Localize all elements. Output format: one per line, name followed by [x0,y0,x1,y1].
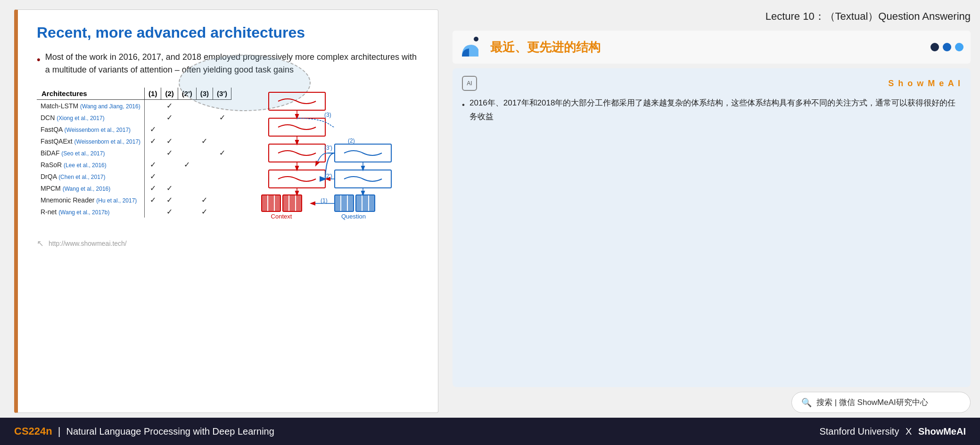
table-row: R-net (Wang et al., 2017b) ✓ ✓ [37,206,231,218]
col-3: (3) [196,88,213,100]
col-1: (1) [145,88,161,100]
col-architectures: Architectures [37,88,145,100]
svg-rect-9 [283,195,288,211]
table-section: Architectures (1) (2) (2') (3) (3') Matc… [37,88,419,231]
footer-url: http://www.showmeai.tech/ [49,240,127,247]
ai-icon-text: AI [467,80,472,87]
chinese-title-bar: 最近、更先进的结构 [453,31,971,64]
table-row: FastQA (Weissenborn et al., 2017) ✓ [37,123,231,135]
svg-point-38 [474,37,478,41]
svg-text:(1): (1) [321,197,328,204]
svg-rect-17 [356,195,362,211]
col-2p: (2') [178,88,196,100]
x-separator: X [906,426,914,437]
showmeai-label: S h o w M e A I [888,79,961,89]
trans-dot: • [462,98,465,112]
diagram-area: Context Question [241,88,419,231]
svg-rect-14 [341,195,347,211]
bullet-dot: • [37,52,41,67]
right-panel: Lecture 10：（Textual）Question Answering 最… [448,0,980,418]
dot-2 [943,43,951,51]
table-row: BiDAF (Seo et al., 2017) ✓ ✓ [37,147,231,159]
col-2: (2) [161,88,178,100]
separator: | [58,425,61,437]
slide-footer: ↖ http://www.showmeai.tech/ [37,238,419,249]
svg-rect-13 [335,195,340,211]
slide-bullet-text: Most of the work in 2016, 2017, and 2018… [45,51,419,76]
title-icon [460,35,483,59]
translation-box: AI S h o w M e A I • 2016年、2017年和2018年的大… [453,68,971,387]
svg-rect-10 [289,195,295,211]
architecture-diagram: Context Question [241,88,419,229]
slide-title: Recent, more advanced architectures [37,24,419,41]
translation-bullet: • 2016年、2017年和2018年的大部分工作都采用了越来越复杂的体系结构，… [462,97,961,124]
search-icon: 🔍 [801,397,812,408]
svg-text:Question: Question [341,213,366,220]
svg-rect-5 [262,195,267,211]
dot-1 [931,43,939,51]
svg-rect-7 [275,195,280,211]
arch-table: Architectures (1) (2) (2') (3) (3') Matc… [37,88,231,218]
course-name: Natural Language Processing with Deep Le… [66,426,274,437]
ai-icon: AI [462,76,477,91]
translation-header: AI S h o w M e A I [462,76,961,91]
table-row: DrQA (Chen et al., 2017) ✓ [37,170,231,182]
svg-text:(2): (2) [348,138,355,144]
lecture-header: Lecture 10：（Textual）Question Answering [453,5,971,26]
table-row: Mnemonic Reader (Hu et al., 2017) ✓ ✓ ✓ [37,194,231,206]
slide-bullet: • Most of the work in 2016, 2017, and 20… [37,51,419,76]
cursor-icon: ↖ [37,238,44,249]
course-code: CS224n [14,425,52,437]
translation-text: 2016年、2017年和2018年的大部分工作都采用了越来越复杂的体系结构，这些… [469,97,961,124]
svg-text:(2'): (2') [324,173,332,179]
svg-text:(3'): (3') [324,145,332,151]
search-text: 搜索 | 微信 ShowMeAI研究中心 [816,397,928,408]
bottom-left: CS224n | Natural Language Processing wit… [14,425,274,437]
table-row: FastQAExt (Weissenborn et al., 2017) ✓ ✓… [37,135,231,147]
top-area: Recent, more advanced architectures • Mo… [0,0,980,418]
slide-panel: Recent, more advanced architectures • Mo… [14,9,438,413]
dots-row [931,43,964,51]
search-bar[interactable]: 🔍 搜索 | 微信 ShowMeAI研究中心 [791,392,971,413]
svg-rect-15 [348,195,354,211]
svg-rect-6 [268,195,274,211]
table-row: Match-LSTM (Wang and Jiang, 2016) ✓ [37,100,231,112]
svg-rect-19 [369,195,375,211]
table-row: DCN (Xiong et al., 2017) ✓ ✓ [37,112,231,123]
svg-rect-11 [296,195,302,211]
bottom-bar: CS224n | Natural Language Processing wit… [0,418,980,445]
table-row: RaSoR (Lee et al., 2016) ✓ ✓ [37,159,231,170]
svg-rect-18 [362,195,368,211]
table-row: MPCM (Wang et al., 2016) ✓ ✓ [37,182,231,194]
chinese-title-text: 最近、更先进的结构 [490,39,601,56]
dot-3 [955,43,964,51]
svg-text:Context: Context [271,213,292,220]
stanford-university: Stanford University [819,426,899,437]
bottom-right: Stanford University X ShowMeAI [819,426,966,437]
svg-text:(3): (3) [324,112,331,118]
col-3p: (3') [213,88,231,100]
showmeai-brand: ShowMeAI [918,426,966,437]
